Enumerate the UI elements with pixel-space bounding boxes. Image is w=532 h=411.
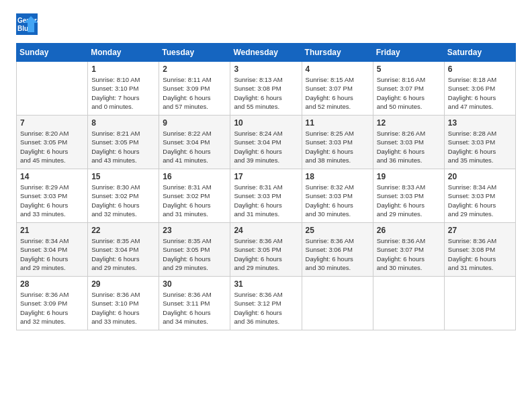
day-number: 16 bbox=[163, 172, 226, 181]
day-info: Sunrise: 8:34 AMSunset: 3:04 PMDaylight:… bbox=[20, 236, 84, 272]
day-number: 13 bbox=[448, 118, 512, 128]
day-header-monday: Monday bbox=[88, 44, 159, 62]
calendar-cell: 31Sunrise: 8:36 AMSunset: 3:12 PMDayligh… bbox=[230, 277, 302, 330]
calendar-cell bbox=[17, 62, 88, 116]
calendar-cell: 8Sunrise: 8:21 AMSunset: 3:05 PMDaylight… bbox=[88, 116, 159, 169]
day-info: Sunrise: 8:33 AMSunset: 3:03 PMDaylight:… bbox=[377, 183, 441, 218]
day-info: Sunrise: 8:16 AMSunset: 3:07 PMDaylight:… bbox=[377, 75, 441, 111]
day-info: Sunrise: 8:15 AMSunset: 3:07 PMDaylight:… bbox=[306, 75, 369, 111]
calendar-cell: 9Sunrise: 8:22 AMSunset: 3:04 PMDaylight… bbox=[159, 116, 230, 169]
day-info: Sunrise: 8:30 AMSunset: 3:02 PMDaylight:… bbox=[91, 183, 155, 218]
day-info: Sunrise: 8:36 AMSunset: 3:11 PMDaylight:… bbox=[163, 290, 226, 326]
calendar-table: SundayMondayTuesdayWednesdayThursdayFrid… bbox=[16, 43, 516, 330]
day-number: 21 bbox=[20, 226, 84, 235]
day-info: Sunrise: 8:36 AMSunset: 3:06 PMDaylight:… bbox=[306, 236, 369, 272]
calendar-cell: 4Sunrise: 8:15 AMSunset: 3:07 PMDaylight… bbox=[302, 62, 373, 116]
calendar-cell: 22Sunrise: 8:35 AMSunset: 3:04 PMDayligh… bbox=[88, 223, 159, 277]
calendar-cell: 27Sunrise: 8:36 AMSunset: 3:08 PMDayligh… bbox=[444, 223, 515, 277]
day-number: 31 bbox=[234, 279, 298, 289]
day-info: Sunrise: 8:34 AMSunset: 3:03 PMDaylight:… bbox=[448, 183, 512, 218]
day-info: Sunrise: 8:22 AMSunset: 3:04 PMDaylight:… bbox=[163, 129, 226, 165]
day-header-saturday: Saturday bbox=[444, 44, 515, 62]
logo-graphic: GeneralBlue bbox=[16, 13, 38, 35]
day-number: 20 bbox=[448, 172, 512, 181]
day-number: 5 bbox=[377, 64, 441, 74]
day-number: 24 bbox=[234, 226, 298, 235]
day-number: 22 bbox=[91, 226, 155, 235]
day-info: Sunrise: 8:36 AMSunset: 3:10 PMDaylight:… bbox=[91, 290, 155, 326]
day-number: 25 bbox=[306, 226, 369, 235]
day-info: Sunrise: 8:32 AMSunset: 3:03 PMDaylight:… bbox=[306, 183, 369, 218]
calendar-cell: 11Sunrise: 8:25 AMSunset: 3:03 PMDayligh… bbox=[302, 116, 373, 169]
day-number: 26 bbox=[377, 226, 441, 235]
day-number: 10 bbox=[234, 118, 298, 128]
calendar-week-row: 1Sunrise: 8:10 AMSunset: 3:10 PMDaylight… bbox=[17, 62, 516, 116]
day-number: 1 bbox=[91, 64, 155, 74]
calendar-cell: 3Sunrise: 8:13 AMSunset: 3:08 PMDaylight… bbox=[230, 62, 302, 116]
day-number: 3 bbox=[234, 64, 298, 74]
calendar-cell: 28Sunrise: 8:36 AMSunset: 3:09 PMDayligh… bbox=[17, 277, 88, 330]
calendar-week-row: 21Sunrise: 8:34 AMSunset: 3:04 PMDayligh… bbox=[17, 223, 516, 277]
day-number: 6 bbox=[448, 64, 512, 74]
day-info: Sunrise: 8:26 AMSunset: 3:03 PMDaylight:… bbox=[377, 129, 441, 165]
calendar-cell: 14Sunrise: 8:29 AMSunset: 3:03 PMDayligh… bbox=[17, 169, 88, 223]
day-number: 30 bbox=[163, 279, 226, 289]
day-info: Sunrise: 8:28 AMSunset: 3:03 PMDaylight:… bbox=[448, 129, 512, 165]
day-number: 12 bbox=[377, 118, 441, 128]
day-info: Sunrise: 8:10 AMSunset: 3:10 PMDaylight:… bbox=[91, 75, 155, 111]
day-number: 9 bbox=[163, 118, 226, 128]
day-number: 7 bbox=[20, 118, 84, 128]
header: GeneralBlue bbox=[16, 13, 516, 35]
calendar-week-row: 14Sunrise: 8:29 AMSunset: 3:03 PMDayligh… bbox=[17, 169, 516, 223]
day-info: Sunrise: 8:21 AMSunset: 3:05 PMDaylight:… bbox=[91, 129, 155, 165]
day-info: Sunrise: 8:36 AMSunset: 3:09 PMDaylight:… bbox=[20, 290, 84, 326]
day-number: 2 bbox=[163, 64, 226, 74]
day-number: 4 bbox=[306, 64, 369, 74]
day-header-wednesday: Wednesday bbox=[230, 44, 302, 62]
day-number: 18 bbox=[306, 172, 369, 181]
day-info: Sunrise: 8:36 AMSunset: 3:07 PMDaylight:… bbox=[377, 236, 441, 272]
day-header-tuesday: Tuesday bbox=[159, 44, 230, 62]
calendar-cell: 17Sunrise: 8:31 AMSunset: 3:03 PMDayligh… bbox=[230, 169, 302, 223]
calendar-cell: 30Sunrise: 8:36 AMSunset: 3:11 PMDayligh… bbox=[159, 277, 230, 330]
day-number: 15 bbox=[91, 172, 155, 181]
calendar-cell: 7Sunrise: 8:20 AMSunset: 3:05 PMDaylight… bbox=[17, 116, 88, 169]
calendar-week-row: 7Sunrise: 8:20 AMSunset: 3:05 PMDaylight… bbox=[17, 116, 516, 169]
calendar-cell: 23Sunrise: 8:35 AMSunset: 3:05 PMDayligh… bbox=[159, 223, 230, 277]
day-number: 14 bbox=[20, 172, 84, 181]
calendar-cell: 10Sunrise: 8:24 AMSunset: 3:04 PMDayligh… bbox=[230, 116, 302, 169]
calendar-cell: 16Sunrise: 8:31 AMSunset: 3:02 PMDayligh… bbox=[159, 169, 230, 223]
calendar-cell: 6Sunrise: 8:18 AMSunset: 3:06 PMDaylight… bbox=[444, 62, 515, 116]
calendar-cell bbox=[373, 277, 444, 330]
day-info: Sunrise: 8:36 AMSunset: 3:12 PMDaylight:… bbox=[234, 290, 298, 326]
calendar-cell: 12Sunrise: 8:26 AMSunset: 3:03 PMDayligh… bbox=[373, 116, 444, 169]
day-info: Sunrise: 8:36 AMSunset: 3:05 PMDaylight:… bbox=[234, 236, 298, 272]
calendar-cell: 26Sunrise: 8:36 AMSunset: 3:07 PMDayligh… bbox=[373, 223, 444, 277]
calendar-week-row: 28Sunrise: 8:36 AMSunset: 3:09 PMDayligh… bbox=[17, 277, 516, 330]
calendar-cell: 5Sunrise: 8:16 AMSunset: 3:07 PMDaylight… bbox=[373, 62, 444, 116]
day-number: 23 bbox=[163, 226, 226, 235]
calendar-cell: 29Sunrise: 8:36 AMSunset: 3:10 PMDayligh… bbox=[88, 277, 159, 330]
day-number: 27 bbox=[448, 226, 512, 235]
day-info: Sunrise: 8:31 AMSunset: 3:02 PMDaylight:… bbox=[163, 183, 226, 218]
day-info: Sunrise: 8:35 AMSunset: 3:05 PMDaylight:… bbox=[163, 236, 226, 272]
day-info: Sunrise: 8:25 AMSunset: 3:03 PMDaylight:… bbox=[306, 129, 369, 165]
calendar-cell: 18Sunrise: 8:32 AMSunset: 3:03 PMDayligh… bbox=[302, 169, 373, 223]
day-info: Sunrise: 8:29 AMSunset: 3:03 PMDaylight:… bbox=[20, 183, 84, 218]
day-number: 11 bbox=[306, 118, 369, 128]
calendar-cell: 15Sunrise: 8:30 AMSunset: 3:02 PMDayligh… bbox=[88, 169, 159, 223]
calendar-cell: 13Sunrise: 8:28 AMSunset: 3:03 PMDayligh… bbox=[444, 116, 515, 169]
day-info: Sunrise: 8:35 AMSunset: 3:04 PMDaylight:… bbox=[91, 236, 155, 272]
day-info: Sunrise: 8:20 AMSunset: 3:05 PMDaylight:… bbox=[20, 129, 84, 165]
calendar-cell bbox=[444, 277, 515, 330]
day-number: 29 bbox=[91, 279, 155, 289]
day-number: 28 bbox=[20, 279, 84, 289]
calendar-cell bbox=[302, 277, 373, 330]
calendar-cell: 19Sunrise: 8:33 AMSunset: 3:03 PMDayligh… bbox=[373, 169, 444, 223]
calendar-header-row: SundayMondayTuesdayWednesdayThursdayFrid… bbox=[17, 44, 516, 62]
day-info: Sunrise: 8:13 AMSunset: 3:08 PMDaylight:… bbox=[234, 75, 298, 111]
calendar-cell: 20Sunrise: 8:34 AMSunset: 3:03 PMDayligh… bbox=[444, 169, 515, 223]
page: GeneralBlue SundayMondayTuesdayWednesday… bbox=[0, 0, 532, 411]
calendar-cell: 24Sunrise: 8:36 AMSunset: 3:05 PMDayligh… bbox=[230, 223, 302, 277]
day-number: 19 bbox=[377, 172, 441, 181]
